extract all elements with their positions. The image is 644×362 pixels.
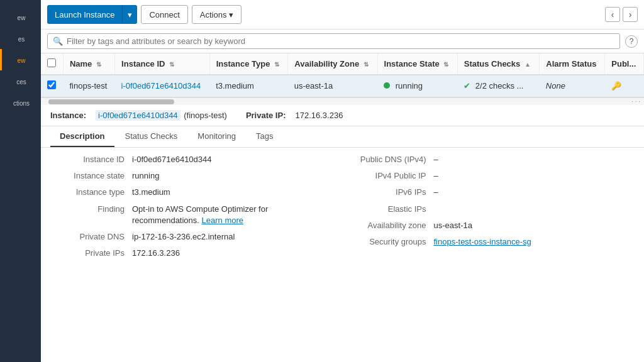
row-state: running	[396, 81, 423, 90]
search-input-wrapper: 🔍	[47, 33, 620, 49]
search-input[interactable]	[67, 36, 614, 46]
nav-prev-button[interactable]: ‹	[605, 7, 620, 22]
actions-dropdown-icon: ▾	[229, 10, 233, 19]
nav-next-button[interactable]: ›	[623, 7, 638, 22]
detail-value-ipv6: –	[434, 187, 635, 198]
detail-value-ipv4-public: –	[434, 170, 635, 182]
sidebar-items: ew es ew ces ctions	[0, 6, 41, 113]
detail-row-instance-id: Instance ID i-0f0ed671e6410d344	[50, 154, 333, 165]
row-state-cell: running	[377, 75, 457, 97]
detail-instance-label: Instance:	[50, 111, 86, 120]
sidebar-item-3[interactable]: ew	[0, 49, 41, 70]
detail-right: Public DNS (IPv4) – IPv4 Public IP – IPv…	[343, 154, 645, 264]
launch-instance-dropdown-button[interactable]: ▾	[123, 5, 137, 24]
connect-button[interactable]: Connect	[141, 5, 187, 24]
detail-row-private-dns: Private DNS ip-172-16-3-236.ec2.internal	[50, 231, 333, 243]
row-checkbox[interactable]	[47, 80, 56, 89]
sidebar: ew es ew ces ctions	[0, 0, 41, 362]
row-status-checks-cell: ✔ 2/2 checks ...	[457, 75, 540, 97]
table-row[interactable]: finops-test i-0f0ed671e6410d344 t3.mediu…	[41, 75, 644, 97]
row-az: us-east-1a	[294, 81, 333, 90]
th-status-sort-icon: ▲	[525, 61, 531, 68]
row-instance-type-cell: t3.medium	[209, 75, 288, 97]
sidebar-item-1[interactable]: ew	[0, 6, 41, 28]
main-content: Launch Instance ▾ Connect Actions ▾ ‹ › …	[41, 0, 644, 362]
row-instance-id-cell: i-0f0ed671e6410d344	[115, 75, 210, 97]
sidebar-label-5: ctions	[5, 100, 38, 107]
detail-row-ipv4-public: IPv4 Public IP –	[352, 170, 635, 182]
th-status-checks[interactable]: Status Checks ▲	[457, 53, 540, 75]
th-public: Publ...	[605, 53, 644, 75]
scroll-thumb[interactable]	[48, 99, 174, 104]
detail-value-security-groups[interactable]: finops-test-oss-instance-sg	[434, 236, 635, 248]
learn-more-link[interactable]: Learn more	[202, 216, 243, 225]
select-all-checkbox[interactable]	[47, 58, 56, 67]
th-az-label: Availability Zone	[294, 59, 359, 69]
row-instance-id: i-0f0ed671e6410d344	[121, 81, 201, 90]
detail-value-instance-state: running	[132, 170, 333, 182]
th-name[interactable]: Name ⇅	[63, 53, 114, 75]
th-availability-zone[interactable]: Availability Zone ⇅	[288, 53, 377, 75]
actions-button[interactable]: Actions ▾	[192, 5, 242, 24]
table-header-row: Name ⇅ Instance ID ⇅ Instance Type ⇅ A	[41, 53, 644, 75]
horizontal-scrollbar[interactable]: · · ·	[41, 97, 644, 105]
detail-label-public-dns: Public DNS (IPv4)	[352, 154, 434, 165]
tab-monitoring[interactable]: Monitoring	[188, 126, 245, 147]
sidebar-item-4[interactable]: ces	[0, 70, 41, 92]
app-container: ew es ew ces ctions Launch Instance ▾ Co…	[0, 0, 644, 362]
th-instance-type[interactable]: Instance Type ⇅	[209, 53, 288, 75]
tab-status-checks[interactable]: Status Checks	[116, 126, 187, 147]
check-icon: ✔	[464, 81, 470, 90]
tab-tags[interactable]: Tags	[247, 126, 282, 147]
row-public-cell: 🔑	[605, 75, 644, 97]
row-alarm-status: None	[546, 81, 565, 90]
detail-private-ip-label: Private IP:	[246, 111, 286, 120]
launch-instance-group: Launch Instance ▾	[47, 5, 137, 24]
detail-value-private-dns: ip-172-16-3-236.ec2.internal	[132, 231, 333, 243]
th-instance-id[interactable]: Instance ID ⇅	[115, 53, 210, 75]
state-dot-icon	[384, 82, 390, 89]
th-state-label: Instance State	[384, 59, 440, 69]
th-checkbox	[41, 53, 63, 75]
detail-value-instance-type: t3.medium	[132, 187, 333, 198]
th-az-sort-icon: ⇅	[364, 61, 369, 68]
instances-table: Name ⇅ Instance ID ⇅ Instance Type ⇅ A	[41, 53, 644, 97]
detail-instance-id-highlight: i-0f0ed671e6410d344 (finops-test)	[96, 110, 227, 121]
detail-value-public-dns: –	[434, 154, 635, 165]
nav-buttons: ‹ ›	[605, 7, 638, 22]
th-instance-state[interactable]: Instance State ⇅	[377, 53, 457, 75]
detail-label-security-groups: Security groups	[352, 236, 434, 248]
detail-instance-id: i-0f0ed671e6410d344	[96, 110, 180, 121]
th-instance-type-label: Instance Type	[216, 59, 270, 69]
th-instance-type-sort-icon: ⇅	[274, 61, 279, 68]
toolbar: Launch Instance ▾ Connect Actions ▾ ‹ ›	[41, 0, 644, 30]
detail-row-instance-state: Instance state running	[50, 170, 333, 182]
th-alarm-status[interactable]: Alarm Status	[540, 53, 605, 75]
detail-row-finding: Finding Opt-in to AWS Compute Optimizer …	[50, 204, 333, 226]
detail-row-public-dns: Public DNS (IPv4) –	[352, 154, 635, 165]
detail-label-ipv4-public: IPv4 Public IP	[352, 170, 434, 182]
sidebar-label-2: es	[5, 36, 38, 43]
actions-label: Actions	[200, 10, 227, 19]
row-name-cell: finops-test	[63, 75, 114, 97]
table-body: finops-test i-0f0ed671e6410d344 t3.mediu…	[41, 75, 644, 97]
row-name: finops-test	[69, 81, 107, 90]
detail-row-elastic-ips: Elastic IPs	[352, 204, 635, 215]
tab-description[interactable]: Description	[50, 126, 114, 147]
detail-row-az: Availability zone us-east-1a	[352, 220, 635, 231]
launch-instance-button[interactable]: Launch Instance	[47, 5, 123, 24]
detail-instance-name: finops-test	[187, 111, 225, 120]
sidebar-label-4: ces	[5, 79, 38, 85]
search-help-button[interactable]: ?	[625, 35, 638, 48]
tabs: Description Status Checks Monitoring Tag…	[41, 126, 644, 148]
sidebar-item-2[interactable]: es	[0, 28, 41, 49]
detail-label-private-dns: Private DNS	[50, 231, 132, 243]
detail-label-elastic-ips: Elastic IPs	[352, 204, 434, 215]
th-instance-id-sort-icon: ⇅	[169, 61, 174, 68]
row-alarm-status-cell: None	[540, 75, 605, 97]
detail-panel: Instance: i-0f0ed671e6410d344 (finops-te…	[41, 105, 644, 362]
detail-value-finding: Opt-in to AWS Compute Optimizer for reco…	[132, 204, 333, 226]
detail-label-instance-type: Instance type	[50, 187, 132, 198]
detail-row-private-ips: Private IPs 172.16.3.236	[50, 248, 333, 259]
sidebar-item-5[interactable]: ctions	[0, 92, 41, 113]
